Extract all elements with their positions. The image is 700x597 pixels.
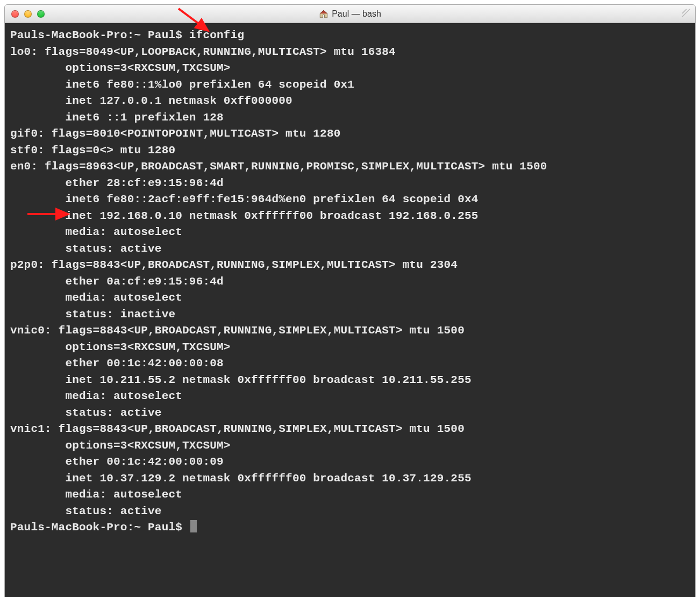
prompt-text-2: Pauls-MacBook-Pro:~ Paul$ bbox=[10, 521, 189, 534]
command-text: ifconfig bbox=[189, 29, 244, 41]
cursor bbox=[190, 520, 197, 532]
prompt-line-2: Pauls-MacBook-Pro:~ Paul$ bbox=[10, 521, 197, 534]
terminal-window: Paul — bash Pauls-MacBook-Pro:~ Paul$ if… bbox=[4, 4, 696, 597]
prompt-text: Pauls-MacBook-Pro:~ Paul$ bbox=[10, 29, 189, 41]
window-controls bbox=[5, 10, 45, 18]
minimize-button[interactable] bbox=[24, 10, 32, 18]
close-button[interactable] bbox=[11, 10, 19, 18]
home-icon bbox=[319, 9, 328, 19]
zoom-button[interactable] bbox=[37, 10, 45, 18]
terminal-body[interactable]: Pauls-MacBook-Pro:~ Paul$ ifconfig lo0: … bbox=[5, 23, 695, 597]
resize-grip-icon[interactable] bbox=[681, 8, 692, 19]
window-title: Paul — bash bbox=[5, 9, 695, 19]
prompt-line-1: Pauls-MacBook-Pro:~ Paul$ ifconfig bbox=[10, 29, 244, 41]
window-titlebar[interactable]: Paul — bash bbox=[5, 5, 695, 23]
window-title-text: Paul — bash bbox=[332, 9, 381, 19]
terminal-output: lo0: flags=8049<UP,LOOPBACK,RUNNING,MULT… bbox=[10, 46, 547, 517]
